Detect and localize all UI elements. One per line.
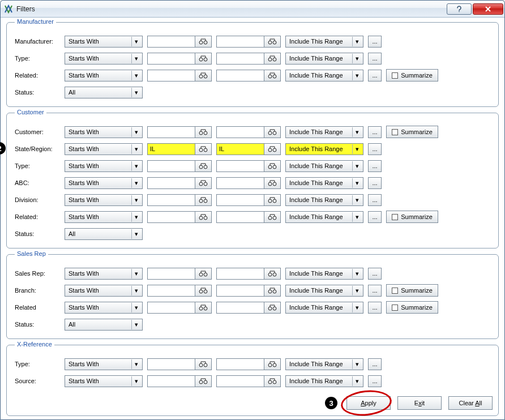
manufacturer-from-lookup[interactable]: [195, 36, 212, 48]
lookup-button[interactable]: [264, 285, 281, 297]
more-button[interactable]: ...: [368, 70, 382, 82]
lookup-button[interactable]: [264, 358, 281, 370]
exit-button[interactable]: Exit: [397, 396, 442, 410]
close-button[interactable]: [473, 3, 503, 15]
customer-division-to-input[interactable]: [216, 194, 264, 206]
manufacturer-more-button[interactable]: ...: [368, 36, 382, 48]
more-button[interactable]: ...: [368, 194, 382, 206]
customer-division-from-input[interactable]: [147, 194, 195, 206]
lookup-button[interactable]: [264, 53, 281, 65]
state-region-range-select[interactable]: Include This Range▾: [285, 143, 363, 155]
lookup-button[interactable]: [195, 177, 212, 189]
manufacturer-mode-select[interactable]: Starts With▾: [65, 36, 143, 48]
state-region-to-input[interactable]: [216, 143, 264, 155]
branch-to-input[interactable]: [216, 285, 264, 297]
xref-type-mode-select[interactable]: Starts With▾: [65, 358, 143, 370]
lookup-button[interactable]: [195, 53, 212, 65]
state-region-from-input[interactable]: [147, 143, 195, 155]
lookup-button[interactable]: [264, 268, 281, 280]
customer-related-to-input[interactable]: [216, 211, 264, 223]
xref-type-from-input[interactable]: [147, 358, 195, 370]
customer-type-range-select[interactable]: Include This Range▾: [285, 160, 363, 172]
lookup-button[interactable]: [195, 285, 212, 297]
more-button[interactable]: ...: [368, 143, 382, 155]
lookup-button[interactable]: [264, 302, 281, 314]
more-button[interactable]: ...: [368, 53, 382, 65]
manufacturer-to-input[interactable]: [216, 36, 264, 48]
customer-to-input[interactable]: [216, 126, 264, 138]
salesrep-summarize-button[interactable]: Summarize: [386, 301, 438, 314]
customer-summarize-button[interactable]: Summarize: [386, 211, 438, 223]
customer-type-mode-select[interactable]: Starts With▾: [65, 160, 143, 172]
manufacturer-summarize-button[interactable]: Summarize: [386, 69, 438, 82]
xref-type-to-input[interactable]: [216, 358, 264, 370]
branch-from-input[interactable]: [147, 285, 195, 297]
customer-type-from-input[interactable]: [147, 160, 195, 172]
manufacturer-from-input[interactable]: [147, 36, 195, 48]
sales-rep-to-input[interactable]: [216, 268, 264, 280]
customer-related-range-select[interactable]: Include This Range▾: [285, 211, 363, 223]
lookup-button[interactable]: [195, 375, 212, 387]
customer-abc-from-input[interactable]: [147, 177, 195, 189]
customer-type-to-input[interactable]: [216, 160, 264, 172]
customer-division-mode-select[interactable]: Starts With▾: [65, 194, 143, 206]
lookup-button[interactable]: [264, 177, 281, 189]
customer-mode-select[interactable]: Starts With▾: [65, 126, 143, 138]
xref-type-range-select[interactable]: Include This Range▾: [285, 358, 363, 370]
state-region-mode-select[interactable]: Starts With▾: [65, 143, 143, 155]
manufacturer-type-to-input[interactable]: [216, 53, 264, 65]
lookup-button[interactable]: [195, 268, 212, 280]
manufacturer-type-range-select[interactable]: Include This Range▾: [285, 53, 363, 65]
salesrep-related-range-select[interactable]: Include This Range▾: [285, 302, 363, 314]
manufacturer-related-to-input[interactable]: [216, 70, 264, 82]
xref-source-mode-select[interactable]: Starts With▾: [65, 375, 143, 387]
sales-rep-mode-select[interactable]: Starts With▾: [65, 268, 143, 280]
customer-abc-to-input[interactable]: [216, 177, 264, 189]
clear-all-button[interactable]: Clear All: [448, 396, 493, 410]
customer-related-from-input[interactable]: [147, 211, 195, 223]
lookup-button[interactable]: [264, 126, 281, 138]
more-button[interactable]: ...: [368, 211, 382, 223]
lookup-button[interactable]: [264, 375, 281, 387]
more-button[interactable]: ...: [368, 302, 382, 314]
salesrep-related-from-input[interactable]: [147, 302, 195, 314]
sales-rep-from-input[interactable]: [147, 268, 195, 280]
manufacturer-related-mode-select[interactable]: Starts With▾: [65, 70, 143, 82]
lookup-button[interactable]: [264, 160, 281, 172]
manufacturer-type-from-input[interactable]: [147, 53, 195, 65]
xref-source-range-select[interactable]: Include This Range▾: [285, 375, 363, 387]
more-button[interactable]: ...: [368, 375, 382, 387]
customer-from-input[interactable]: [147, 126, 195, 138]
more-button[interactable]: ...: [368, 358, 382, 370]
lookup-button[interactable]: [264, 70, 281, 82]
more-button[interactable]: ...: [368, 126, 382, 138]
manufacturer-range-select[interactable]: Include This Range▾: [285, 36, 363, 48]
lookup-button[interactable]: [195, 358, 212, 370]
lookup-button[interactable]: [264, 211, 281, 223]
manufacturer-type-mode-select[interactable]: Starts With▾: [65, 53, 143, 65]
manufacturer-related-from-input[interactable]: [147, 70, 195, 82]
manufacturer-related-range-select[interactable]: Include This Range▾: [285, 70, 363, 82]
lookup-button[interactable]: [195, 211, 212, 223]
salesrep-related-mode-select[interactable]: Starts With▾: [65, 302, 143, 314]
lookup-button[interactable]: [264, 143, 281, 155]
branch-mode-select[interactable]: Starts With▾: [65, 285, 143, 297]
customer-range-select[interactable]: Include This Range▾: [285, 126, 363, 138]
more-button[interactable]: ...: [368, 268, 382, 280]
xref-source-from-input[interactable]: [147, 375, 195, 387]
more-button[interactable]: ...: [368, 160, 382, 172]
customer-summarize-button[interactable]: Summarize: [386, 126, 438, 138]
manufacturer-to-lookup[interactable]: [264, 36, 281, 48]
lookup-button[interactable]: [264, 194, 281, 206]
salesrep-related-to-input[interactable]: [216, 302, 264, 314]
branch-summarize-button[interactable]: Summarize: [386, 284, 438, 297]
lookup-button[interactable]: [195, 126, 212, 138]
help-button[interactable]: [447, 3, 472, 15]
lookup-button[interactable]: [195, 194, 212, 206]
more-button[interactable]: ...: [368, 285, 382, 297]
salesrep-status-select[interactable]: All▾: [65, 319, 143, 331]
customer-division-range-select[interactable]: Include This Range▾: [285, 194, 363, 206]
customer-abc-mode-select[interactable]: Starts With▾: [65, 177, 143, 189]
manufacturer-status-select[interactable]: All▾: [65, 87, 143, 98]
xref-source-to-input[interactable]: [216, 375, 264, 387]
